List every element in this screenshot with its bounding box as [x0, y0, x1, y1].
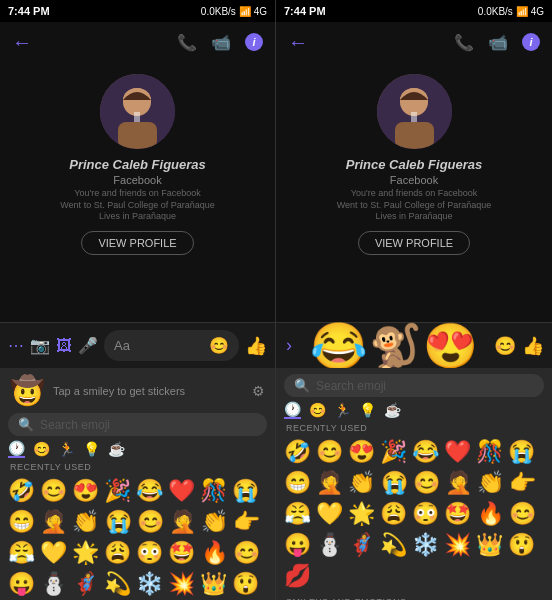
- emoji-item[interactable]: 🤦: [167, 507, 198, 537]
- emoji-item[interactable]: 😛: [6, 569, 37, 599]
- emoji-item[interactable]: 😳: [134, 538, 165, 568]
- back-button-left[interactable]: ←: [12, 31, 32, 54]
- emoji-search-bar-right[interactable]: 🔍 Search emoji: [284, 374, 544, 397]
- tab-food-right[interactable]: ☕: [384, 402, 401, 418]
- message-input-left[interactable]: Aa 😊: [104, 330, 239, 361]
- emoji-item[interactable]: 🤣: [6, 476, 37, 506]
- emoji-item-r[interactable]: 💋: [282, 561, 313, 591]
- emoji-icon-right[interactable]: 😊: [494, 335, 516, 357]
- emoji-item[interactable]: ⛄: [38, 569, 69, 599]
- emoji-item[interactable]: 😁: [6, 507, 37, 537]
- emoji-item[interactable]: 🤦: [38, 507, 69, 537]
- emoji-button-left[interactable]: 😊: [209, 336, 229, 355]
- big-emoji-monkey[interactable]: 🐒: [369, 321, 421, 370]
- big-emoji-heart-eyes[interactable]: 😍: [423, 320, 478, 372]
- emoji-item[interactable]: 😤: [6, 538, 37, 568]
- tab-objects-left[interactable]: 💡: [83, 441, 100, 457]
- emoji-item-r[interactable]: 😲: [506, 530, 537, 560]
- emoji-item[interactable]: 😊: [38, 476, 69, 506]
- emoji-item[interactable]: 😭: [230, 476, 261, 506]
- emoji-item-r[interactable]: 💛: [314, 499, 345, 529]
- emoji-item[interactable]: 🎊: [198, 476, 229, 506]
- emoji-item[interactable]: 😊: [231, 538, 262, 568]
- emoji-item-r[interactable]: 😳: [410, 499, 441, 529]
- emoji-item-r[interactable]: ⛄: [314, 530, 345, 560]
- info-icon-left[interactable]: i: [245, 33, 263, 51]
- tab-smileys-right[interactable]: 😊: [309, 402, 326, 418]
- mic-icon-left[interactable]: 🎤: [78, 336, 98, 355]
- emoji-item[interactable]: 💥: [166, 569, 197, 599]
- emoji-search-bar-left[interactable]: 🔍 Search emoji: [8, 413, 267, 436]
- tab-recent-right[interactable]: 🕐: [284, 401, 301, 419]
- emoji-item-r[interactable]: 🤣: [282, 437, 313, 467]
- emoji-item-r[interactable]: 💫: [378, 530, 409, 560]
- emoji-item-r[interactable]: 🎉: [378, 437, 409, 467]
- emoji-item[interactable]: 🤩: [166, 538, 197, 568]
- back-button-right[interactable]: ←: [288, 31, 308, 54]
- emoji-item-r[interactable]: 😭: [506, 437, 537, 467]
- emoji-item[interactable]: 😭: [103, 507, 134, 537]
- emoji-item-r[interactable]: ❄️: [410, 530, 441, 560]
- emoji-item[interactable]: 👏: [199, 507, 230, 537]
- video-icon-right[interactable]: 📹: [488, 33, 508, 52]
- emoji-item[interactable]: 💛: [38, 538, 69, 568]
- emoji-item[interactable]: 🦸: [70, 569, 101, 599]
- emoji-item[interactable]: ❤️: [166, 476, 197, 506]
- big-emoji-laugh[interactable]: 😂: [310, 319, 367, 373]
- emoji-item[interactable]: 😩: [102, 538, 133, 568]
- emoji-item[interactable]: 👉: [231, 507, 262, 537]
- tab-objects-right[interactable]: 💡: [359, 402, 376, 418]
- emoji-item[interactable]: 😍: [70, 476, 101, 506]
- camera-icon-left[interactable]: 📷: [30, 336, 50, 355]
- emoji-item-r[interactable]: 👏: [475, 468, 506, 498]
- emoji-item-r[interactable]: 👏: [346, 468, 377, 498]
- emoji-item[interactable]: 👏: [70, 507, 101, 537]
- info-icon-right[interactable]: i: [522, 33, 540, 51]
- tab-food-left[interactable]: ☕: [108, 441, 125, 457]
- emoji-item-r[interactable]: 😍: [346, 437, 377, 467]
- emoji-item-r[interactable]: 😊: [314, 437, 345, 467]
- phone-icon-right[interactable]: 📞: [454, 33, 474, 52]
- tab-smileys-left[interactable]: 😊: [33, 441, 50, 457]
- emoji-item-r[interactable]: 🦸: [346, 530, 377, 560]
- emoji-item[interactable]: 🎉: [102, 476, 133, 506]
- emoji-item-r[interactable]: 👑: [474, 530, 505, 560]
- emoji-item[interactable]: 😂: [134, 476, 165, 506]
- tab-people-right[interactable]: 🏃: [334, 402, 351, 418]
- emoji-item-r[interactable]: 👉: [507, 468, 538, 498]
- phone-icon-left[interactable]: 📞: [177, 33, 197, 52]
- emoji-item-r[interactable]: 💥: [442, 530, 473, 560]
- settings-icon-left[interactable]: ⚙: [252, 383, 265, 399]
- view-profile-button-left[interactable]: VIEW PROFILE: [81, 231, 193, 255]
- thumb-icon-right[interactable]: 👍: [522, 335, 544, 357]
- emoji-item[interactable]: 😲: [230, 569, 261, 599]
- grid-icon-left[interactable]: ⋯: [8, 336, 24, 355]
- emoji-item[interactable]: 👑: [198, 569, 229, 599]
- view-profile-button-right[interactable]: VIEW PROFILE: [358, 231, 470, 255]
- emoji-item-r[interactable]: 🤦: [443, 468, 474, 498]
- emoji-item-r[interactable]: ❤️: [442, 437, 473, 467]
- tab-recent-left[interactable]: 🕐: [8, 440, 25, 458]
- emoji-item-r[interactable]: 🌟: [346, 499, 377, 529]
- emoji-item-r[interactable]: 🎊: [474, 437, 505, 467]
- emoji-item-r[interactable]: 😩: [378, 499, 409, 529]
- tab-people-left[interactable]: 🏃: [58, 441, 75, 457]
- arrow-icon-right[interactable]: ›: [284, 333, 294, 358]
- emoji-item[interactable]: ❄️: [134, 569, 165, 599]
- emoji-item-r[interactable]: 😁: [282, 468, 313, 498]
- emoji-item-r[interactable]: 😭: [379, 468, 410, 498]
- emoji-item-r[interactable]: 🤩: [442, 499, 473, 529]
- emoji-item[interactable]: 💫: [102, 569, 133, 599]
- emoji-item-r[interactable]: 😂: [410, 437, 441, 467]
- emoji-item-r[interactable]: 😤: [282, 499, 313, 529]
- emoji-item[interactable]: 😊: [135, 507, 166, 537]
- emoji-item-r[interactable]: 🤦: [314, 468, 345, 498]
- thumb-icon-left[interactable]: 👍: [245, 335, 267, 357]
- emoji-item[interactable]: 🔥: [199, 538, 230, 568]
- emoji-item-r[interactable]: 😊: [507, 499, 538, 529]
- video-icon-left[interactable]: 📹: [211, 33, 231, 52]
- emoji-item[interactable]: 🌟: [70, 538, 101, 568]
- emoji-item-r[interactable]: 😊: [411, 468, 442, 498]
- emoji-item-r[interactable]: 🔥: [475, 499, 506, 529]
- image-icon-left[interactable]: 🖼: [56, 337, 72, 355]
